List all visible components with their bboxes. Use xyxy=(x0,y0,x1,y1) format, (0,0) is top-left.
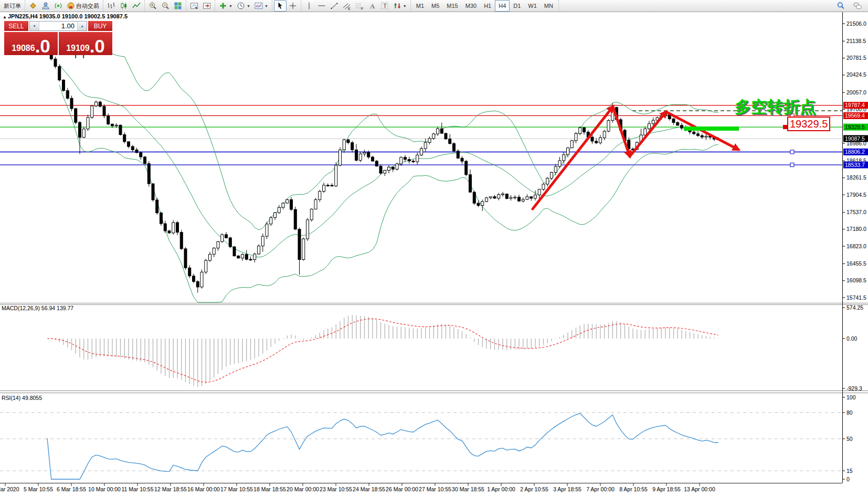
timeframe-m5[interactable]: M5 xyxy=(428,0,443,12)
line-endpoint-handle[interactable] xyxy=(790,150,794,154)
price-axis[interactable]: 21506.021138.520781.520424.520057.019700… xyxy=(842,20,868,301)
time-tick-label: 20 Mar 00:00 xyxy=(287,486,319,492)
candle-body xyxy=(302,239,305,259)
new-order-button[interactable]: 新订单 xyxy=(2,0,23,12)
profile-button[interactable] xyxy=(39,0,52,12)
label-button[interactable]: T xyxy=(378,0,391,12)
rsi-tick-label: 0 xyxy=(846,476,850,482)
chart-collapse-icon[interactable]: ▲ xyxy=(3,15,7,19)
chart-plot-area[interactable] xyxy=(0,12,842,483)
horizontal-line-button[interactable] xyxy=(315,0,328,12)
linechart-icon xyxy=(132,2,141,10)
candle-body xyxy=(648,124,651,129)
candles-icon xyxy=(120,2,128,10)
support-zone-bar[interactable] xyxy=(684,126,739,131)
candle-body xyxy=(408,160,410,161)
arrows-button[interactable]: ▼ xyxy=(391,0,409,12)
person-icon xyxy=(41,2,50,10)
chevron-down-icon[interactable]: ▼ xyxy=(247,4,250,8)
channel-button[interactable]: E xyxy=(341,0,353,12)
candle-body xyxy=(82,129,85,138)
fibonacci-button[interactable]: F xyxy=(353,0,366,12)
autotrade-button[interactable]: 自动交易 xyxy=(65,0,101,12)
price-label-anchor[interactable] xyxy=(783,125,787,129)
candle-body xyxy=(225,235,228,238)
timeframe-h1[interactable]: H1 xyxy=(480,0,495,12)
buy-button[interactable]: BUY xyxy=(88,21,112,31)
sell-price-panel[interactable]: 19086.0 xyxy=(4,32,58,55)
timeframe-h4[interactable]: H4 xyxy=(495,0,510,12)
channel-icon: E xyxy=(343,2,351,10)
candle-body xyxy=(229,238,231,247)
chart-style-button[interactable] xyxy=(27,0,39,12)
candle-body xyxy=(510,197,512,198)
timeframe-m15[interactable]: M15 xyxy=(443,0,461,12)
chevron-down-icon[interactable]: ▼ xyxy=(229,4,232,8)
text-button[interactable]: A xyxy=(366,0,378,12)
timeframe-d1[interactable]: D1 xyxy=(510,0,524,12)
toolbar-group xyxy=(186,0,215,12)
time-tick-label: 11 Mar 10:55 xyxy=(121,486,153,492)
candle-body xyxy=(111,124,114,125)
zoom-in-button[interactable] xyxy=(146,0,159,12)
chart-shift-button[interactable] xyxy=(200,0,213,12)
candle-body xyxy=(672,119,675,122)
volume-increase-button[interactable]: ▲ xyxy=(77,22,87,30)
timeframe-mn[interactable]: MN xyxy=(541,0,557,12)
price-tick-label: 17537.0 xyxy=(846,209,866,215)
chat-button[interactable] xyxy=(851,0,864,12)
time-tick-label: 17 Mar 10:55 xyxy=(220,486,253,492)
trendline-icon xyxy=(330,2,338,10)
hline-icon xyxy=(317,2,326,10)
candlestick-chart-button[interactable] xyxy=(118,0,130,12)
candle-body xyxy=(270,218,272,224)
sell-button[interactable]: SELL xyxy=(4,21,28,31)
candle-body xyxy=(274,213,277,218)
add-indicator-button[interactable]: ▼ xyxy=(217,0,235,12)
macd-tick-label: 0.00 xyxy=(846,335,858,342)
autotrade-button-label: 自动交易 xyxy=(76,2,99,10)
candle-body xyxy=(221,235,224,241)
line-endpoint-handle[interactable] xyxy=(790,163,794,167)
cursor-button[interactable] xyxy=(274,0,287,12)
search-button[interactable] xyxy=(834,0,847,12)
buy-price-panel[interactable]: 19109.0 xyxy=(59,32,112,55)
vertical-line-button[interactable] xyxy=(303,0,315,12)
candle-body xyxy=(180,233,183,249)
line-chart-button[interactable] xyxy=(130,0,143,12)
crosshair-button[interactable] xyxy=(287,0,299,12)
volume-input[interactable]: 1.00 xyxy=(39,22,77,30)
candle-body xyxy=(319,192,321,200)
bar-chart-button[interactable] xyxy=(105,0,118,12)
chart-window[interactable]: 21506.021138.520781.520424.520057.019700… xyxy=(0,0,868,496)
time-axis[interactable]: 4 Mar 20205 Mar 10:556 Mar 18:5510 Mar 0… xyxy=(0,483,715,492)
toolbar-group xyxy=(145,0,186,12)
chevron-down-icon[interactable]: ▼ xyxy=(264,4,268,8)
timeframe-m1[interactable]: M1 xyxy=(412,0,428,12)
candle-body xyxy=(205,260,207,272)
turning-point-annotation[interactable]: 多空转折点 xyxy=(735,96,816,118)
chevron-down-icon[interactable]: ▼ xyxy=(403,4,407,8)
candle-body xyxy=(697,134,700,136)
candle-body xyxy=(144,157,146,164)
candle-body xyxy=(58,67,61,80)
templates-button[interactable]: ▼ xyxy=(252,0,270,12)
profiles-button[interactable] xyxy=(188,0,200,12)
price-level-label[interactable]: 19329.5 xyxy=(787,117,830,131)
trendline-button[interactable] xyxy=(328,0,341,12)
zoom-out-button[interactable] xyxy=(159,0,172,12)
time-tick-label: 10 Mar 00:00 xyxy=(88,486,121,492)
candle-body xyxy=(278,207,280,213)
candle-body xyxy=(676,122,679,125)
periods-button[interactable]: ▼ xyxy=(235,0,252,12)
candle-body xyxy=(412,161,415,162)
signals-button[interactable] xyxy=(52,0,65,12)
timeframe-m30[interactable]: M30 xyxy=(462,0,480,12)
candle-body xyxy=(420,149,423,155)
timeframe-w1[interactable]: W1 xyxy=(524,0,541,12)
volume-decrease-button[interactable]: ▼ xyxy=(30,22,39,30)
volume-stepper: ▼ 1.00 ▲ xyxy=(29,21,87,31)
new-order-button-label: 新订单 xyxy=(4,2,21,10)
candle-body xyxy=(156,200,158,213)
tile-windows-button[interactable] xyxy=(172,0,184,12)
